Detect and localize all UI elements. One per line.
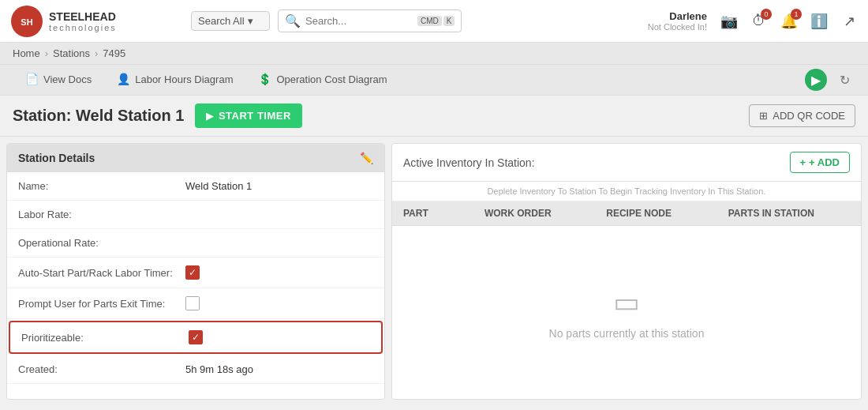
start-timer-label: START TIMER bbox=[219, 110, 291, 122]
inventory-table-header: Part Work Order Recipe Node Parts In Sta… bbox=[392, 201, 861, 226]
notification-icon[interactable]: 🔔 1 bbox=[780, 12, 799, 31]
col-work-order: Work Order bbox=[485, 208, 606, 219]
empty-message: No parts currently at this station bbox=[549, 327, 705, 340]
field-prioritizeable: Prioritizeable: ✓ bbox=[9, 321, 383, 354]
labor-icon: 👤 bbox=[117, 73, 130, 85]
field-auto-start: Auto-Start Part/Rack Labor Timer: ✓ bbox=[7, 258, 384, 288]
breadcrumb-home[interactable]: Home bbox=[13, 47, 40, 59]
main-content: Station Details ✏️ Name: Weld Station 1 … bbox=[0, 137, 868, 406]
empty-state: ▭ No parts currently at this station bbox=[392, 226, 861, 399]
chevron-down-icon: ▾ bbox=[248, 15, 253, 27]
refresh-icon[interactable]: ↻ bbox=[833, 69, 855, 91]
tab-labor-hours[interactable]: 👤 Labor Hours Diagram bbox=[104, 65, 245, 95]
auto-start-checkbox[interactable]: ✓ bbox=[185, 265, 200, 280]
field-created: Created: 5h 9m 18s ago bbox=[7, 355, 384, 384]
field-operational-rate: Operational Rate: bbox=[7, 229, 384, 258]
prompt-user-checkbox[interactable] bbox=[185, 296, 200, 310]
tab-actions: ▶ ↻ bbox=[805, 69, 855, 91]
field-labor-rate: Labor Rate: bbox=[7, 201, 384, 229]
tabs-bar: 📄 View Docs 👤 Labor Hours Diagram 💲 Oper… bbox=[0, 65, 868, 96]
search-dropdown-label: Search All bbox=[198, 15, 245, 27]
field-name: Name: Weld Station 1 bbox=[7, 172, 384, 201]
tab-labor-hours-label: Labor Hours Diagram bbox=[135, 73, 233, 85]
search-dropdown[interactable]: Search All ▾ bbox=[191, 11, 270, 31]
steelhead-logo-icon: SH bbox=[9, 4, 44, 39]
col-part: Part bbox=[403, 208, 485, 219]
search-icon: 🔍 bbox=[285, 13, 301, 28]
field-prioritizeable-label: Prioritizeable: bbox=[21, 332, 179, 344]
notification-badge: 1 bbox=[791, 9, 802, 20]
header: SH STEELHEAD technologies Search All ▾ 🔍… bbox=[0, 0, 868, 43]
inventory-title: Active Inventory In Station: bbox=[403, 156, 535, 169]
empty-icon: ▭ bbox=[613, 286, 640, 319]
inventory-panel: Active Inventory In Station: + + ADD Dep… bbox=[391, 143, 862, 400]
breadcrumb-sep1: › bbox=[45, 47, 48, 59]
doc-icon: 📄 bbox=[25, 73, 39, 85]
field-prompt-user: Prompt User for Parts Exit Time: bbox=[7, 288, 384, 319]
tab-view-docs[interactable]: 📄 View Docs bbox=[13, 65, 104, 95]
station-details-panel: Station Details ✏️ Name: Weld Station 1 … bbox=[6, 143, 385, 400]
logo: SH STEELHEAD technologies bbox=[9, 4, 183, 39]
header-icons: 📷 ⏱ 0 🔔 1 ℹ️ ↗ bbox=[720, 12, 859, 31]
play-icon: ▶ bbox=[206, 111, 214, 122]
field-name-label: Name: bbox=[18, 180, 176, 192]
camera-icon[interactable]: 📷 bbox=[720, 12, 739, 31]
add-qr-button[interactable]: ⊞ ADD QR CODE bbox=[749, 104, 855, 127]
k-key: K bbox=[443, 16, 455, 26]
add-label: + ADD bbox=[809, 156, 840, 168]
keyboard-hint: CMD K bbox=[417, 16, 455, 26]
station-details-title: Station Details bbox=[18, 152, 95, 164]
cmd-key: CMD bbox=[417, 16, 442, 26]
search-box: 🔍 CMD K bbox=[278, 9, 462, 32]
tab-operation-cost-label: Operation Cost Diagram bbox=[276, 73, 387, 85]
logo-text: STEELHEAD technologies bbox=[49, 10, 117, 32]
timer-badge: 0 bbox=[761, 9, 772, 20]
breadcrumb-id: 7495 bbox=[103, 47, 125, 59]
station-details-header: Station Details ✏️ bbox=[7, 144, 384, 172]
breadcrumb-sep2: › bbox=[95, 47, 98, 59]
col-parts-in-station: Parts In Station bbox=[728, 208, 850, 219]
search-input[interactable] bbox=[305, 15, 413, 27]
breadcrumb-stations[interactable]: Stations bbox=[53, 47, 90, 59]
station-title-prefix: Station: bbox=[13, 107, 71, 124]
logo-line1: STEELHEAD bbox=[49, 10, 117, 23]
info-icon[interactable]: ℹ️ bbox=[810, 12, 829, 31]
tab-operation-cost[interactable]: 💲 Operation Cost Diagram bbox=[245, 65, 399, 95]
edit-icon[interactable]: ✏️ bbox=[360, 152, 373, 164]
depletion-note: Deplete Inventory To Station To Begin Tr… bbox=[392, 182, 861, 201]
user-status: Not Clocked In! bbox=[648, 22, 707, 32]
logo-line2: technologies bbox=[49, 23, 117, 32]
field-created-value: 5h 9m 18s ago bbox=[185, 363, 253, 375]
field-operational-rate-label: Operational Rate: bbox=[18, 237, 176, 249]
field-auto-start-label: Auto-Start Part/Rack Labor Timer: bbox=[18, 267, 176, 279]
station-title-name: Weld Station 1 bbox=[76, 107, 184, 124]
export-icon[interactable]: ↗ bbox=[840, 12, 859, 31]
inventory-header: Active Inventory In Station: + + ADD bbox=[392, 144, 861, 182]
field-name-value: Weld Station 1 bbox=[185, 180, 252, 192]
field-prompt-user-label: Prompt User for Parts Exit Time: bbox=[18, 298, 176, 310]
timer-icon[interactable]: ⏱ 0 bbox=[750, 12, 769, 31]
svg-text:SH: SH bbox=[21, 17, 32, 27]
start-timer-button[interactable]: ▶ START TIMER bbox=[195, 103, 301, 128]
add-inventory-button[interactable]: + + ADD bbox=[790, 152, 850, 173]
prioritizeable-checkbox[interactable]: ✓ bbox=[189, 330, 203, 344]
station-header: Station: Weld Station 1 ▶ START TIMER ⊞ … bbox=[0, 96, 868, 137]
cost-icon: 💲 bbox=[258, 73, 271, 85]
col-recipe-node: Recipe Node bbox=[606, 208, 728, 219]
field-created-label: Created: bbox=[18, 363, 176, 375]
tab-view-docs-label: View Docs bbox=[43, 73, 92, 85]
add-qr-label: ADD QR CODE bbox=[773, 110, 845, 122]
qr-icon: ⊞ bbox=[759, 110, 768, 122]
user-name: Darlene bbox=[669, 10, 707, 22]
station-title: Station: Weld Station 1 bbox=[13, 107, 184, 125]
user-info: Darlene Not Clocked In! bbox=[648, 10, 707, 32]
play-button[interactable]: ▶ bbox=[805, 69, 827, 91]
field-labor-rate-label: Labor Rate: bbox=[18, 209, 176, 220]
plus-icon: + bbox=[800, 156, 806, 168]
breadcrumb: Home › Stations › 7495 bbox=[0, 43, 868, 65]
